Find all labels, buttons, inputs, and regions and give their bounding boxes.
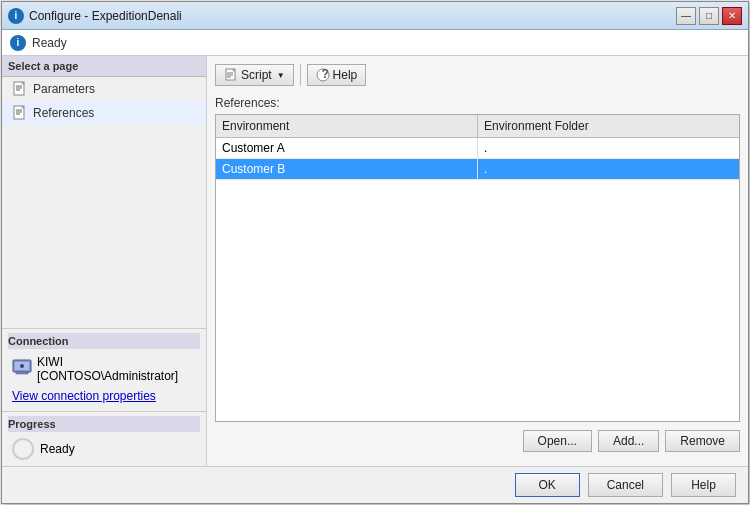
- toolbar: Script ▼ ? Help: [215, 64, 740, 86]
- sidebar-item-parameters-label: Parameters: [33, 82, 95, 96]
- progress-label: Progress: [8, 416, 200, 432]
- connection-text: KIWI [CONTOSO\Administrator]: [37, 355, 178, 383]
- ok-button[interactable]: OK: [515, 473, 580, 497]
- cell-folder-0: .: [478, 138, 739, 158]
- script-dropdown-arrow: ▼: [277, 71, 285, 80]
- dialog-footer: OK Cancel Help: [2, 466, 748, 503]
- svg-text:?: ?: [321, 68, 328, 81]
- titlebar-left: i Configure - ExpeditionDenali: [8, 8, 182, 24]
- sidebar-connection: Connection KIWI [CONTOSO\Administrator]: [2, 328, 206, 411]
- progress-status: Ready: [40, 442, 75, 456]
- cell-folder-1: .: [478, 159, 739, 179]
- select-page-label: Select a page: [2, 56, 206, 77]
- status-icon: i: [10, 35, 26, 51]
- connection-account: [CONTOSO\Administrator]: [37, 369, 178, 383]
- titlebar: i Configure - ExpeditionDenali — □ ✕: [2, 2, 748, 30]
- action-buttons-row: Open... Add... Remove: [215, 430, 740, 452]
- cancel-button[interactable]: Cancel: [588, 473, 663, 497]
- maximize-button[interactable]: □: [699, 7, 719, 25]
- status-text: Ready: [32, 36, 67, 50]
- col-header-folder: Environment Folder: [478, 115, 739, 137]
- script-label: Script: [241, 68, 272, 82]
- app-icon: i: [8, 8, 24, 24]
- remove-button[interactable]: Remove: [665, 430, 740, 452]
- references-table-header: Environment Environment Folder: [216, 115, 739, 138]
- references-section-label: References:: [215, 96, 740, 110]
- add-button[interactable]: Add...: [598, 430, 659, 452]
- help-icon: ?: [316, 68, 330, 82]
- toolbar-separator: [300, 64, 301, 86]
- sidebar-progress: Progress Ready: [2, 411, 206, 466]
- statusbar: i Ready: [2, 30, 748, 56]
- references-container: Environment Environment Folder Customer …: [215, 114, 740, 422]
- minimize-button[interactable]: —: [676, 7, 696, 25]
- table-row[interactable]: Customer B .: [216, 159, 739, 180]
- col-header-environment: Environment: [216, 115, 478, 137]
- svg-rect-12: [16, 372, 28, 374]
- svg-point-13: [20, 364, 24, 368]
- sidebar-item-parameters[interactable]: Parameters: [2, 77, 206, 101]
- cell-environment-1: Customer B: [216, 159, 478, 179]
- progress-circle-icon: [12, 438, 34, 460]
- connection-server: KIWI: [37, 355, 178, 369]
- main-window: i Configure - ExpeditionDenali — □ ✕ i R…: [1, 1, 749, 504]
- titlebar-buttons: — □ ✕: [676, 7, 742, 25]
- help-footer-button[interactable]: Help: [671, 473, 736, 497]
- script-button[interactable]: Script ▼: [215, 64, 294, 86]
- open-button[interactable]: Open...: [523, 430, 592, 452]
- help-toolbar-label: Help: [333, 68, 358, 82]
- connection-info: KIWI [CONTOSO\Administrator]: [8, 353, 200, 385]
- main-content: Select a page Parameters: [2, 56, 748, 466]
- sidebar-item-references[interactable]: References: [2, 101, 206, 125]
- script-icon: [224, 68, 238, 82]
- window-title: Configure - ExpeditionDenali: [29, 9, 182, 23]
- references-icon: [12, 105, 28, 121]
- help-toolbar-button[interactable]: ? Help: [307, 64, 367, 86]
- close-button[interactable]: ✕: [722, 7, 742, 25]
- cell-environment-0: Customer A: [216, 138, 478, 158]
- connection-icon: [12, 357, 32, 377]
- sidebar: Select a page Parameters: [2, 56, 207, 466]
- progress-row: Ready: [8, 436, 200, 462]
- view-connection-link[interactable]: View connection properties: [8, 385, 200, 407]
- parameters-icon: [12, 81, 28, 97]
- right-panel: Script ▼ ? Help References: Envir: [207, 56, 748, 466]
- connection-label: Connection: [8, 333, 200, 349]
- sidebar-item-references-label: References: [33, 106, 94, 120]
- table-row[interactable]: Customer A .: [216, 138, 739, 159]
- sidebar-spacer: [2, 125, 206, 328]
